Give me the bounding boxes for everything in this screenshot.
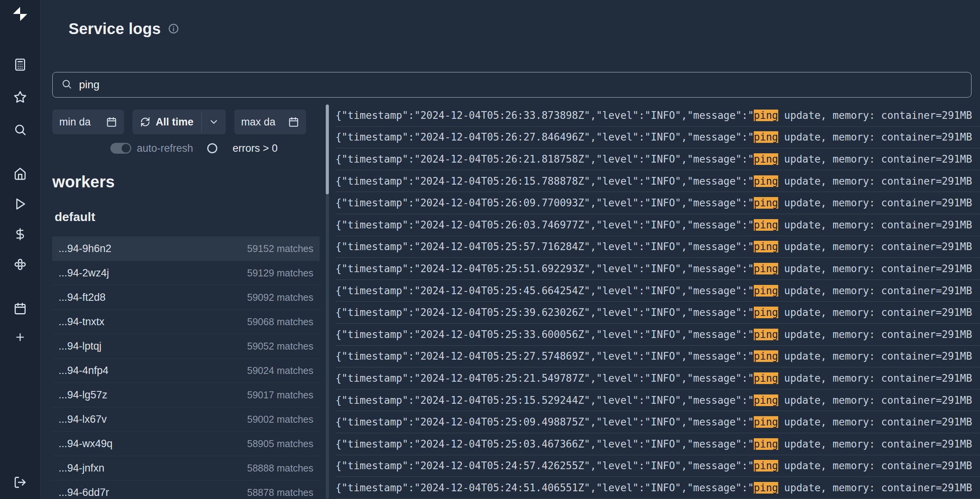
log-row: {"timestamp":"2024-12-04T05:26:03.746977… [335, 214, 980, 236]
workers-column: min da [52, 105, 320, 499]
search-match-highlight: ping [754, 285, 778, 297]
log-text: {"timestamp":"2024-12-04T05:26:15.788878… [335, 175, 754, 187]
log-text: update, memory: container=291MB [778, 350, 972, 362]
log-text: update, memory: container=291MB [778, 416, 972, 428]
search-match-highlight: ping [754, 241, 778, 252]
log-row: {"timestamp":"2024-12-04T05:25:21.549787… [335, 367, 980, 389]
log-text: {"timestamp":"2024-12-04T05:26:27.846496… [335, 131, 754, 143]
calendar-icon [288, 117, 299, 127]
worker-row[interactable]: ...94-2wz4j59129 matches [52, 261, 320, 285]
app-window: Service logs [0, 0, 980, 499]
log-text: update, memory: container=291MB [778, 285, 972, 297]
flower-icon[interactable] [14, 258, 27, 271]
star-icon[interactable] [14, 91, 27, 104]
toggle-knob [207, 143, 217, 153]
search-icon[interactable] [14, 123, 27, 136]
worker-match-count: 59152 matches [247, 243, 313, 254]
log-row: {"timestamp":"2024-12-04T05:26:27.846496… [335, 127, 980, 149]
worker-row[interactable]: ...94-ft2d859092 matches [52, 285, 320, 310]
app-logo-icon[interactable] [12, 5, 29, 22]
search-match-highlight: ping [754, 416, 778, 428]
log-list: {"timestamp":"2024-12-04T05:26:33.873898… [335, 105, 980, 499]
refresh-icon [140, 117, 150, 127]
worker-row[interactable]: ...94-lx67v59002 matches [52, 407, 320, 432]
search-match-highlight: ping [754, 131, 778, 143]
log-text: {"timestamp":"2024-12-04T05:25:45.664254… [335, 285, 754, 297]
worker-id: ...94-jnfxn [58, 462, 105, 474]
search-input[interactable] [79, 79, 963, 91]
search-match-highlight: ping [754, 460, 778, 472]
log-text: update, memory: container=291MB [778, 241, 972, 252]
chevron-down-icon [208, 117, 219, 127]
worker-row[interactable]: ...94-6dd7r58878 matches [52, 480, 320, 499]
log-text: {"timestamp":"2024-12-04T05:26:03.746977… [335, 219, 754, 231]
auto-refresh-toggle[interactable] [110, 143, 131, 154]
log-text: update, memory: container=291MB [778, 482, 972, 494]
calendar-icon[interactable] [14, 302, 27, 315]
log-text: update, memory: container=291MB [778, 110, 972, 121]
worker-row[interactable]: ...94-tnxtx59068 matches [52, 310, 320, 334]
search-match-highlight: ping [754, 329, 778, 340]
worker-group-heading: default [52, 209, 320, 224]
log-text: {"timestamp":"2024-12-04T05:25:21.549787… [335, 372, 754, 384]
log-row: {"timestamp":"2024-12-04T05:25:27.574869… [335, 346, 980, 368]
log-text: update, memory: container=291MB [778, 219, 972, 231]
calendar-icon [106, 117, 117, 127]
dollar-icon[interactable] [14, 228, 27, 241]
logout-icon[interactable] [14, 476, 27, 489]
worker-match-count: 59017 matches [247, 389, 313, 401]
worker-row[interactable]: ...94-lg57z59017 matches [52, 383, 320, 407]
time-range-main[interactable]: All time [132, 110, 201, 134]
search-match-highlight: ping [754, 197, 778, 209]
worker-row[interactable]: ...94-jnfxn58888 matches [52, 456, 320, 480]
log-text: {"timestamp":"2024-12-04T05:25:03.467366… [335, 438, 754, 450]
scrollbar-thumb[interactable] [326, 105, 329, 194]
plus-icon[interactable] [15, 332, 25, 342]
log-text: {"timestamp":"2024-12-04T05:26:33.873898… [335, 110, 754, 121]
search-match-highlight: ping [754, 219, 778, 231]
log-text: {"timestamp":"2024-12-04T05:26:09.770093… [335, 197, 754, 209]
log-text: update, memory: container=291MB [778, 153, 972, 165]
min-date-label: min da [59, 116, 91, 128]
search-match-highlight: ping [754, 350, 778, 362]
time-range-label: All time [156, 116, 194, 128]
log-row: {"timestamp":"2024-12-04T05:25:57.716284… [335, 236, 980, 258]
page-header: Service logs [41, 0, 980, 38]
log-row: {"timestamp":"2024-12-04T05:25:33.600056… [335, 324, 980, 346]
max-date-button[interactable]: max da [234, 110, 306, 134]
log-text: update, memory: container=291MB [778, 197, 972, 209]
log-row: {"timestamp":"2024-12-04T05:25:51.692293… [335, 258, 980, 280]
log-row: {"timestamp":"2024-12-04T05:24:51.406551… [335, 477, 980, 499]
worker-match-count: 58878 matches [247, 487, 313, 498]
time-range-dropdown[interactable]: All time [132, 110, 226, 134]
log-text: {"timestamp":"2024-12-04T05:26:21.818758… [335, 153, 754, 165]
errors-toggle-label: errors > 0 [233, 142, 278, 154]
worker-row[interactable]: ...94-9h6n259152 matches [52, 237, 320, 261]
log-row: {"timestamp":"2024-12-04T05:26:33.873898… [335, 105, 980, 127]
time-range-expand-button[interactable] [202, 110, 226, 134]
filter-row: min da [52, 110, 320, 134]
worker-match-count: 59092 matches [247, 292, 313, 303]
errors-toggle[interactable] [206, 143, 227, 154]
log-row: {"timestamp":"2024-12-04T05:25:39.623026… [335, 302, 980, 324]
worker-row[interactable]: ...94-4nfp459024 matches [52, 358, 320, 383]
sidebar [0, 0, 41, 499]
worker-row[interactable]: ...94-wx49q58905 matches [52, 432, 320, 456]
worker-row[interactable]: ...94-lptqj59052 matches [52, 334, 320, 358]
calculator-icon[interactable] [14, 58, 27, 71]
play-icon[interactable] [14, 197, 27, 211]
info-icon[interactable] [168, 23, 179, 36]
min-date-button[interactable]: min da [52, 110, 124, 134]
search-match-highlight: ping [754, 482, 778, 494]
page-title: Service logs [69, 19, 161, 38]
log-text: {"timestamp":"2024-12-04T05:24:57.426255… [335, 460, 754, 472]
log-text: update, memory: container=291MB [778, 131, 972, 143]
log-text: {"timestamp":"2024-12-04T05:24:51.406551… [335, 482, 754, 494]
worker-id: ...94-lptqj [58, 340, 101, 352]
search-match-highlight: ping [754, 438, 778, 450]
search-match-highlight: ping [754, 307, 778, 318]
home-icon[interactable] [14, 167, 27, 180]
log-row: {"timestamp":"2024-12-04T05:25:45.664254… [335, 280, 980, 302]
log-row: {"timestamp":"2024-12-04T05:25:09.498875… [335, 411, 980, 433]
log-text: {"timestamp":"2024-12-04T05:25:09.498875… [335, 416, 754, 428]
